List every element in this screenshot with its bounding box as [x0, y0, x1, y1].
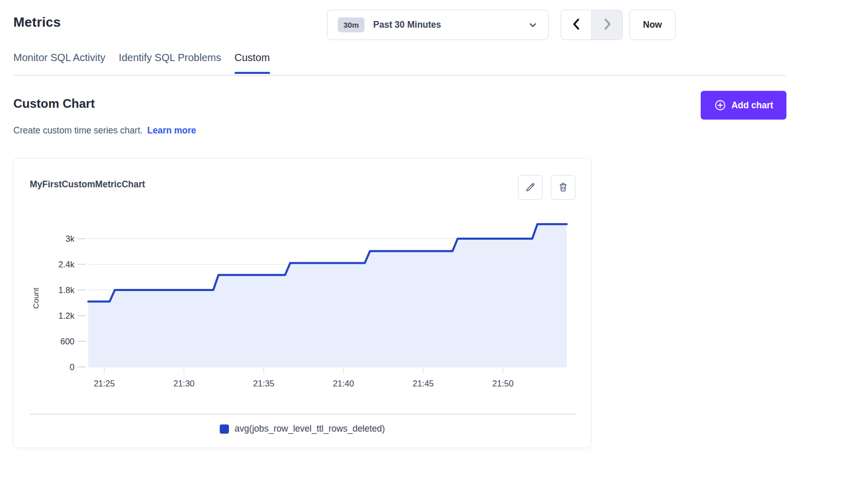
edit-chart-button[interactable] [518, 175, 543, 200]
section-title: Custom Chart [13, 96, 95, 111]
svg-text:21:30: 21:30 [174, 379, 195, 388]
legend-divider [30, 414, 576, 415]
pencil-icon [525, 182, 536, 193]
custom-chart-card: MyFirstCustomMetricChart 06001.2k1.8k2.4… [13, 158, 591, 448]
chart-title: MyFirstCustomMetricChart [30, 179, 145, 190]
svg-text:1.2k: 1.2k [59, 311, 75, 320]
svg-text:2.4k: 2.4k [59, 260, 75, 269]
learn-more-link[interactable]: Learn more [147, 125, 196, 135]
tab-monitor-sql-activity[interactable]: Monitor SQL Activity [13, 52, 105, 74]
tab-identify-sql-problems[interactable]: Identify SQL Problems [119, 52, 221, 74]
svg-text:1.8k: 1.8k [59, 285, 75, 295]
chevron-right-icon [601, 17, 613, 33]
section-subtitle: Create custom time series chart. Learn m… [13, 125, 196, 136]
chart-plot-area[interactable]: 06001.2k1.8k2.4k3k21:2521:3021:3521:4021… [24, 210, 579, 400]
svg-text:Count: Count [31, 287, 40, 309]
add-chart-label: Add chart [732, 100, 774, 111]
previous-interval-button[interactable] [561, 10, 592, 40]
page-title: Metrics [13, 14, 61, 30]
tabs-divider [13, 75, 786, 76]
time-range-label: Past 30 Minutes [373, 20, 441, 30]
plus-circle-icon [714, 99, 726, 111]
svg-text:21:45: 21:45 [413, 379, 434, 388]
series-color-swatch [220, 424, 229, 434]
svg-text:21:25: 21:25 [93, 379, 114, 388]
svg-text:600: 600 [60, 337, 74, 346]
legend-item[interactable]: avg(jobs_row_level_ttl_rows_deleted) [14, 423, 591, 434]
chevron-left-icon [570, 17, 583, 33]
tab-bar: Monitor SQL Activity Identify SQL Proble… [13, 52, 270, 74]
svg-text:0: 0 [70, 362, 74, 372]
add-chart-button[interactable]: Add chart [701, 91, 786, 120]
svg-text:21:40: 21:40 [333, 379, 354, 388]
svg-text:21:35: 21:35 [253, 379, 274, 388]
now-button[interactable]: Now [629, 10, 676, 40]
tab-custom[interactable]: Custom [235, 52, 270, 74]
svg-text:3k: 3k [66, 234, 75, 243]
time-range-badge: 30m [338, 17, 364, 32]
delete-chart-button[interactable] [551, 175, 575, 200]
chevron-down-icon [528, 20, 538, 30]
trash-icon [557, 182, 569, 193]
subtitle-text: Create custom time series chart. [13, 125, 143, 135]
time-range-selector[interactable]: 30m Past 30 Minutes [327, 10, 549, 40]
series-legend-label: avg(jobs_row_level_ttl_rows_deleted) [235, 423, 385, 434]
next-interval-button[interactable] [592, 10, 622, 40]
time-nav-group [561, 10, 623, 40]
svg-text:21:50: 21:50 [492, 379, 513, 388]
